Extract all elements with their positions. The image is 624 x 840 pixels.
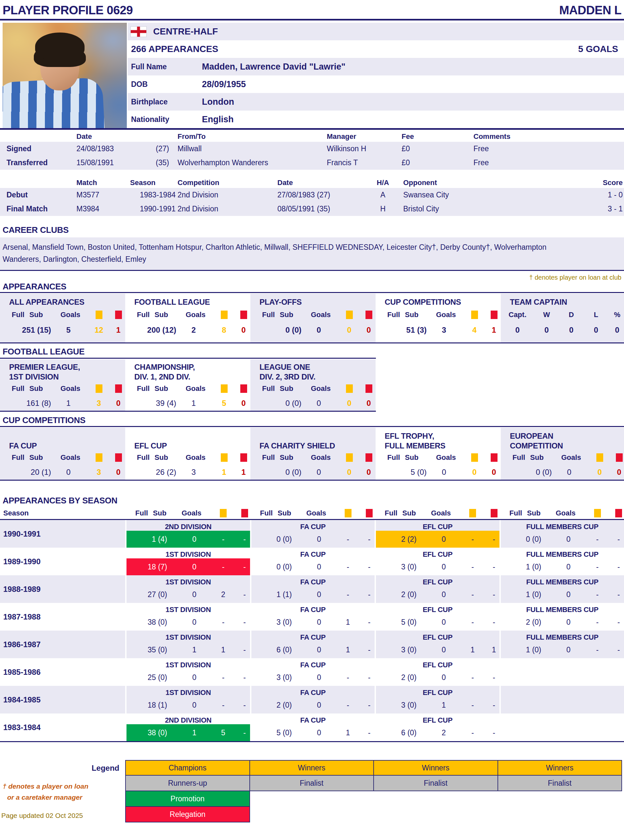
- competition-name: EFL CUP: [376, 548, 499, 558]
- red-cards-value: -: [488, 618, 500, 627]
- yellow-card-icon: [587, 453, 612, 462]
- transfers-col-fromto: From/To: [169, 132, 327, 141]
- stat-values: 3 (0) 0 - -: [376, 558, 499, 575]
- legend-winners-other: Winners: [497, 760, 622, 776]
- red-card-icon: [237, 310, 250, 319]
- other-cell-empty: [499, 713, 624, 741]
- season-label: 1985-1986: [0, 658, 125, 686]
- milestones-col-season: Season: [130, 179, 178, 187]
- stat-values: 1 (0) 0 - -: [501, 558, 624, 575]
- full-sub-value: 38 (0): [127, 618, 175, 627]
- yellow-cards-value: 1: [333, 645, 363, 654]
- yellow-card-icon: [462, 453, 487, 462]
- table-head: Capt. W D L %: [501, 307, 624, 322]
- league-cell: 1ST DIVISION 38 (0) 0 - -: [125, 603, 250, 631]
- table-values: 5 (0) 0 0 0: [375, 465, 501, 480]
- red-cards-value: 0: [111, 468, 125, 477]
- yellow-cards-value: -: [457, 535, 488, 544]
- yellow-cards-value: -: [208, 535, 239, 544]
- flag-cross-horizontal: [131, 30, 146, 33]
- football-league-band: PREMIER LEAGUE, 1ST DIVISION Full Sub Go…: [0, 359, 376, 412]
- competition-name: [501, 686, 624, 696]
- yellow-cards-value: 1: [333, 729, 363, 737]
- final-score: 3 - 1: [582, 205, 624, 213]
- red-cards-value: -: [239, 701, 250, 710]
- full-sub-value: 0 (0): [501, 535, 550, 544]
- table-title: ALL APPEARANCES: [0, 293, 125, 307]
- other-cell: FULL MEMBERS CUP 2 (0) 0 - -: [499, 603, 624, 631]
- yellow-card-icon: [582, 509, 613, 517]
- table-head: Full Sub Goals: [250, 451, 375, 465]
- goals-header: Goals: [180, 453, 212, 462]
- competition-name: FA CUP: [251, 658, 375, 669]
- stat-values: 2 (0) 0 - -: [376, 586, 499, 603]
- competition-name: FULL MEMBERS CUP: [501, 548, 624, 558]
- by-season-heading: APPEARANCES BY SEASON: [3, 496, 117, 506]
- red-cards-value: -: [488, 563, 500, 571]
- stat-values: 35 (0) 1 1 -: [127, 641, 250, 658]
- competition-name: EFL CUP: [376, 631, 499, 641]
- yellow-cards-value: 1: [208, 645, 239, 654]
- table-title: PREMIER LEAGUE, 1ST DIVISION: [0, 359, 125, 382]
- red-card-icon: [362, 310, 375, 319]
- table-title: CUP COMPETITIONS: [375, 293, 501, 307]
- competition-name: EFL CUP: [376, 575, 499, 586]
- league-cell: 2ND DIVISION 1 (4) 0 - -: [125, 520, 250, 548]
- red-card-icon: [111, 453, 125, 462]
- competition-name: [501, 658, 624, 669]
- season-row-1988-1989: 1988-1989 1ST DIVISION 27 (0) 0 2 - FA C…: [0, 575, 624, 603]
- goals-value: 0: [425, 563, 457, 571]
- legend-relegation: Relegation: [125, 806, 250, 823]
- player-info-panel: CENTRE-HALF 266 APPEARANCES 5 GOALS Full…: [128, 23, 624, 128]
- goals-value: 0: [425, 590, 457, 599]
- header-bar: PLAYER PROFILE 0629 MADDEN L: [3, 3, 621, 18]
- full-sub-value: 5 (0): [375, 468, 430, 477]
- red-card-icon: [362, 384, 375, 393]
- season-row-1990-1991: 1990-1991 2ND DIVISION 1 (4) 0 - - FA CU…: [0, 520, 624, 548]
- goals-header: Goals: [55, 310, 86, 319]
- transfers-col-manager: Manager: [327, 132, 402, 141]
- facup-cell: FA CUP 1 (1) 0 - -: [250, 575, 375, 603]
- facup-cell: FA CUP 0 (0) 0 - -: [250, 520, 375, 548]
- red-card-icon: [487, 453, 501, 462]
- title-line-1: LEAGUE ONE: [259, 362, 375, 372]
- competition-name: FA CUP: [251, 548, 375, 558]
- title-line-2: EFL CUP: [134, 441, 250, 451]
- signed-age: (27): [135, 144, 169, 153]
- legend-finalist-eflcup: Finalist: [373, 775, 498, 791]
- milestones-header: Match Season Competition Date H/A Oppone…: [0, 178, 624, 187]
- full-sub-value: 1 (1): [251, 590, 300, 599]
- yellow-cards-value: -: [333, 590, 363, 599]
- page-updated-note: Page updated 02 Oct 2025: [1, 812, 83, 820]
- other-cell: FULL MEMBERS CUP 1 (0) 0 - -: [499, 631, 624, 658]
- loan-footnote-line2: or a caretaker manager: [7, 794, 82, 801]
- table-values: 0 0 0 0 0: [501, 322, 624, 338]
- signed-comments: Free: [473, 144, 624, 153]
- red-cards-value: -: [239, 590, 250, 599]
- football-league-heading: FOOTBALL LEAGUE: [3, 347, 85, 357]
- player-photo: [3, 23, 127, 128]
- title-line-1: PREMIER LEAGUE,: [9, 362, 125, 372]
- yellow-cards-value: -: [208, 618, 239, 627]
- table-title: TEAM CAPTAIN: [501, 293, 624, 307]
- red-card-icon: [488, 509, 500, 517]
- goals-value: 0: [305, 468, 337, 477]
- yellow-card-icon: [86, 453, 111, 462]
- appearances-goals-row: 266 APPEARANCES 5 GOALS: [128, 40, 624, 58]
- stat-values: 0 (0) 0 - -: [251, 558, 375, 575]
- title-line-2: 1ST DIVISION: [9, 372, 125, 382]
- yellow-cards-value: -: [333, 535, 363, 544]
- milestones-col-match: Match: [76, 179, 130, 187]
- red-cards-value: -: [363, 535, 375, 544]
- stat-values: 0 (0) 0 - -: [501, 531, 624, 548]
- legend-finalist-other: Finalist: [497, 775, 622, 791]
- goals-value: 0: [300, 729, 333, 737]
- final-ha: H: [369, 205, 397, 213]
- dob-row: DOB 28/09/1955: [128, 76, 624, 93]
- stat-values: 18 (1) 0 - -: [127, 696, 250, 713]
- transferred-to-club: Wolverhampton Wanderers: [169, 158, 327, 167]
- table-title: FA CHARITY SHIELD: [250, 428, 375, 451]
- yellow-cards-value: -: [457, 563, 488, 571]
- other-cell: FULL MEMBERS CUP 1 (0) 0 - -: [499, 575, 624, 603]
- red-cards-value: 1: [487, 326, 501, 335]
